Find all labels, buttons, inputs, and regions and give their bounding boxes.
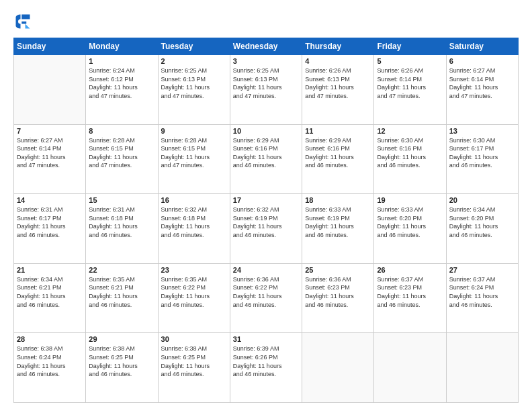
calendar-cell: 5Sunrise: 6:26 AM Sunset: 6:14 PM Daylig… <box>374 55 446 125</box>
calendar-cell: 19Sunrise: 6:33 AM Sunset: 6:20 PM Dayli… <box>374 194 446 264</box>
day-info: Sunrise: 6:37 AM Sunset: 6:24 PM Dayligh… <box>449 275 515 309</box>
day-number: 2 <box>161 57 227 65</box>
calendar-cell: 18Sunrise: 6:33 AM Sunset: 6:19 PM Dayli… <box>302 194 374 264</box>
day-number: 13 <box>449 127 515 135</box>
calendar-week-4: 21Sunrise: 6:34 AM Sunset: 6:21 PM Dayli… <box>14 263 519 333</box>
day-info: Sunrise: 6:30 AM Sunset: 6:17 PM Dayligh… <box>449 136 515 170</box>
day-info: Sunrise: 6:38 AM Sunset: 6:25 PM Dayligh… <box>89 345 154 378</box>
day-number: 18 <box>305 196 371 204</box>
day-info: Sunrise: 6:36 AM Sunset: 6:23 PM Dayligh… <box>305 275 371 309</box>
weekday-header-wednesday: Wednesday <box>230 38 302 55</box>
day-number: 15 <box>89 196 154 204</box>
day-number: 19 <box>377 196 443 204</box>
day-info: Sunrise: 6:39 AM Sunset: 6:26 PM Dayligh… <box>233 345 299 378</box>
header <box>13 12 519 31</box>
calendar-cell: 22Sunrise: 6:35 AM Sunset: 6:21 PM Dayli… <box>86 263 158 333</box>
day-number: 23 <box>161 266 227 274</box>
day-info: Sunrise: 6:34 AM Sunset: 6:21 PM Dayligh… <box>17 275 83 309</box>
calendar-cell: 14Sunrise: 6:31 AM Sunset: 6:17 PM Dayli… <box>14 194 86 264</box>
weekday-header-row: SundayMondayTuesdayWednesdayThursdayFrid… <box>14 38 519 55</box>
calendar-cell: 3Sunrise: 6:25 AM Sunset: 6:13 PM Daylig… <box>230 55 302 125</box>
calendar-cell <box>446 333 518 403</box>
calendar-cell: 15Sunrise: 6:31 AM Sunset: 6:18 PM Dayli… <box>86 194 158 264</box>
calendar-cell: 10Sunrise: 6:29 AM Sunset: 6:16 PM Dayli… <box>230 124 302 194</box>
day-info: Sunrise: 6:28 AM Sunset: 6:15 PM Dayligh… <box>89 136 154 170</box>
calendar-cell: 31Sunrise: 6:39 AM Sunset: 6:26 PM Dayli… <box>230 333 302 403</box>
page: SundayMondayTuesdayWednesdayThursdayFrid… <box>0 0 532 411</box>
day-number: 26 <box>377 266 443 274</box>
day-number: 29 <box>89 335 154 343</box>
day-number: 24 <box>233 266 299 274</box>
calendar-week-3: 14Sunrise: 6:31 AM Sunset: 6:17 PM Dayli… <box>14 194 519 264</box>
day-info: Sunrise: 6:31 AM Sunset: 6:18 PM Dayligh… <box>89 205 154 239</box>
calendar-cell: 2Sunrise: 6:25 AM Sunset: 6:13 PM Daylig… <box>158 55 230 125</box>
day-number: 12 <box>377 127 443 135</box>
day-info: Sunrise: 6:26 AM Sunset: 6:13 PM Dayligh… <box>305 66 371 100</box>
day-info: Sunrise: 6:29 AM Sunset: 6:16 PM Dayligh… <box>305 136 371 170</box>
day-number: 14 <box>17 196 83 204</box>
day-info: Sunrise: 6:33 AM Sunset: 6:20 PM Dayligh… <box>377 205 443 239</box>
day-number: 6 <box>449 57 515 65</box>
day-number: 22 <box>89 266 154 274</box>
day-number: 9 <box>161 127 227 135</box>
calendar-cell: 21Sunrise: 6:34 AM Sunset: 6:21 PM Dayli… <box>14 263 86 333</box>
day-info: Sunrise: 6:32 AM Sunset: 6:19 PM Dayligh… <box>233 205 299 239</box>
weekday-header-monday: Monday <box>86 38 158 55</box>
day-info: Sunrise: 6:31 AM Sunset: 6:17 PM Dayligh… <box>17 205 83 239</box>
day-info: Sunrise: 6:30 AM Sunset: 6:16 PM Dayligh… <box>377 136 443 170</box>
calendar-cell: 25Sunrise: 6:36 AM Sunset: 6:23 PM Dayli… <box>302 263 374 333</box>
day-info: Sunrise: 6:37 AM Sunset: 6:23 PM Dayligh… <box>377 275 443 309</box>
day-number: 16 <box>161 196 227 204</box>
calendar-cell: 23Sunrise: 6:35 AM Sunset: 6:22 PM Dayli… <box>158 263 230 333</box>
day-number: 31 <box>233 335 299 343</box>
calendar-cell: 26Sunrise: 6:37 AM Sunset: 6:23 PM Dayli… <box>374 263 446 333</box>
calendar-cell: 30Sunrise: 6:38 AM Sunset: 6:25 PM Dayli… <box>158 333 230 403</box>
day-info: Sunrise: 6:35 AM Sunset: 6:21 PM Dayligh… <box>89 275 154 309</box>
day-number: 5 <box>377 57 443 65</box>
day-info: Sunrise: 6:27 AM Sunset: 6:14 PM Dayligh… <box>449 66 515 100</box>
day-info: Sunrise: 6:38 AM Sunset: 6:25 PM Dayligh… <box>161 345 227 378</box>
day-number: 11 <box>305 127 371 135</box>
day-info: Sunrise: 6:35 AM Sunset: 6:22 PM Dayligh… <box>161 275 227 309</box>
weekday-header-saturday: Saturday <box>446 38 518 55</box>
calendar-cell: 29Sunrise: 6:38 AM Sunset: 6:25 PM Dayli… <box>86 333 158 403</box>
calendar-cell <box>374 333 446 403</box>
day-number: 3 <box>233 57 299 65</box>
day-number: 7 <box>17 127 83 135</box>
calendar-cell: 1Sunrise: 6:24 AM Sunset: 6:12 PM Daylig… <box>86 55 158 125</box>
calendar-cell: 12Sunrise: 6:30 AM Sunset: 6:16 PM Dayli… <box>374 124 446 194</box>
day-number: 28 <box>17 335 83 343</box>
day-info: Sunrise: 6:27 AM Sunset: 6:14 PM Dayligh… <box>17 136 83 170</box>
weekday-header-tuesday: Tuesday <box>158 38 230 55</box>
day-info: Sunrise: 6:36 AM Sunset: 6:22 PM Dayligh… <box>233 275 299 309</box>
calendar-week-5: 28Sunrise: 6:38 AM Sunset: 6:24 PM Dayli… <box>14 333 519 403</box>
day-number: 20 <box>449 196 515 204</box>
day-number: 10 <box>233 127 299 135</box>
day-info: Sunrise: 6:29 AM Sunset: 6:16 PM Dayligh… <box>233 136 299 170</box>
day-number: 27 <box>449 266 515 274</box>
day-info: Sunrise: 6:25 AM Sunset: 6:13 PM Dayligh… <box>161 66 227 100</box>
day-number: 1 <box>89 57 154 65</box>
calendar-cell: 11Sunrise: 6:29 AM Sunset: 6:16 PM Dayli… <box>302 124 374 194</box>
weekday-header-friday: Friday <box>374 38 446 55</box>
calendar-cell <box>302 333 374 403</box>
calendar-cell: 20Sunrise: 6:34 AM Sunset: 6:20 PM Dayli… <box>446 194 518 264</box>
day-number: 17 <box>233 196 299 204</box>
day-number: 4 <box>305 57 371 65</box>
calendar-cell: 28Sunrise: 6:38 AM Sunset: 6:24 PM Dayli… <box>14 333 86 403</box>
calendar-table: SundayMondayTuesdayWednesdayThursdayFrid… <box>13 38 519 403</box>
calendar-cell: 9Sunrise: 6:28 AM Sunset: 6:15 PM Daylig… <box>158 124 230 194</box>
calendar-week-1: 1Sunrise: 6:24 AM Sunset: 6:12 PM Daylig… <box>14 55 519 125</box>
calendar-cell: 7Sunrise: 6:27 AM Sunset: 6:14 PM Daylig… <box>14 124 86 194</box>
calendar-week-2: 7Sunrise: 6:27 AM Sunset: 6:14 PM Daylig… <box>14 124 519 194</box>
weekday-header-sunday: Sunday <box>14 38 86 55</box>
day-number: 30 <box>161 335 227 343</box>
calendar-cell: 16Sunrise: 6:32 AM Sunset: 6:18 PM Dayli… <box>158 194 230 264</box>
day-info: Sunrise: 6:32 AM Sunset: 6:18 PM Dayligh… <box>161 205 227 239</box>
day-info: Sunrise: 6:38 AM Sunset: 6:24 PM Dayligh… <box>17 345 83 378</box>
day-number: 8 <box>89 127 154 135</box>
logo-icon <box>13 12 32 31</box>
day-number: 25 <box>305 266 371 274</box>
day-info: Sunrise: 6:25 AM Sunset: 6:13 PM Dayligh… <box>233 66 299 100</box>
day-info: Sunrise: 6:34 AM Sunset: 6:20 PM Dayligh… <box>449 205 515 239</box>
